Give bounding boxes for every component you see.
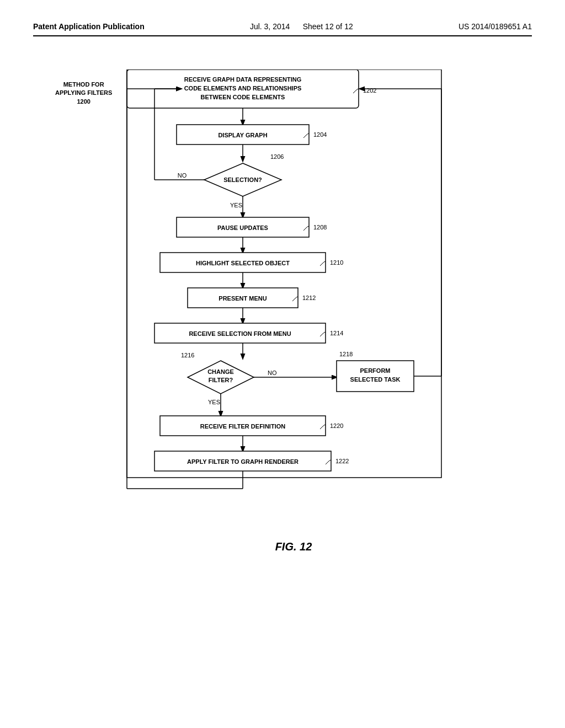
svg-text:1202: 1202 [363, 87, 376, 94]
flowchart-area: METHOD FOR APPLYING FILTERS 1200 RECEIVE… [55, 69, 532, 553]
svg-text:NO: NO [178, 172, 187, 179]
figure-caption: FIG. 12 [55, 540, 532, 553]
svg-text:1210: 1210 [330, 259, 343, 266]
page-header: Patent Application Publication Jul. 3, 2… [33, 22, 532, 36]
svg-text:FILTER?: FILTER? [209, 377, 233, 383]
svg-text:YES: YES [208, 399, 220, 405]
svg-text:1218: 1218 [339, 351, 353, 357]
header-date-sheet: Jul. 3, 2014 Sheet 12 of 12 [250, 22, 353, 31]
svg-text:RECEIVE FILTER DEFINITION: RECEIVE FILTER DEFINITION [200, 423, 285, 430]
header-publication: Patent Application Publication [33, 22, 145, 31]
svg-text:HIGHLIGHT SELECTED OBJECT: HIGHLIGHT SELECTED OBJECT [196, 260, 290, 266]
svg-text:YES: YES [230, 202, 242, 208]
svg-text:SELECTED TASK: SELECTED TASK [350, 376, 401, 383]
svg-text:RECEIVE GRAPH DATA REPRESENTIN: RECEIVE GRAPH DATA REPRESENTING [184, 76, 302, 83]
flowchart-svg: RECEIVE GRAPH DATA REPRESENTING CODE ELE… [99, 69, 513, 522]
header-patent-number: US 2014/0189651 A1 [459, 22, 532, 31]
svg-text:BETWEEN CODE ELEMENTS: BETWEEN CODE ELEMENTS [201, 94, 285, 100]
page: Patent Application Publication Jul. 3, 2… [0, 0, 565, 728]
svg-text:1216: 1216 [181, 352, 194, 358]
svg-text:RECEIVE SELECTION FROM MENU: RECEIVE SELECTION FROM MENU [189, 330, 291, 337]
svg-text:1212: 1212 [302, 295, 316, 301]
method-label: METHOD FOR APPLYING FILTERS 1200 [55, 81, 112, 106]
svg-text:1208: 1208 [313, 224, 327, 231]
svg-text:SELECTION?: SELECTION? [223, 176, 262, 183]
svg-text:1206: 1206 [270, 153, 284, 160]
svg-text:1222: 1222 [335, 458, 349, 464]
svg-text:PERFORM: PERFORM [360, 367, 391, 374]
svg-text:PAUSE UPDATES: PAUSE UPDATES [217, 224, 268, 231]
header-sheet: Sheet 12 of 12 [303, 22, 353, 31]
svg-text:CODE ELEMENTS AND RELATIONSHIP: CODE ELEMENTS AND RELATIONSHIPS [184, 85, 302, 92]
svg-text:1220: 1220 [330, 422, 343, 429]
svg-text:1214: 1214 [330, 330, 343, 336]
svg-text:PRESENT MENU: PRESENT MENU [218, 295, 266, 302]
header-date: Jul. 3, 2014 [250, 22, 290, 31]
svg-text:1204: 1204 [313, 131, 327, 138]
svg-text:DISPLAY GRAPH: DISPLAY GRAPH [218, 132, 267, 138]
svg-text:CHANGE: CHANGE [207, 368, 234, 375]
svg-text:APPLY FILTER TO GRAPH RENDERER: APPLY FILTER TO GRAPH RENDERER [187, 458, 299, 465]
svg-text:NO: NO [268, 370, 277, 376]
